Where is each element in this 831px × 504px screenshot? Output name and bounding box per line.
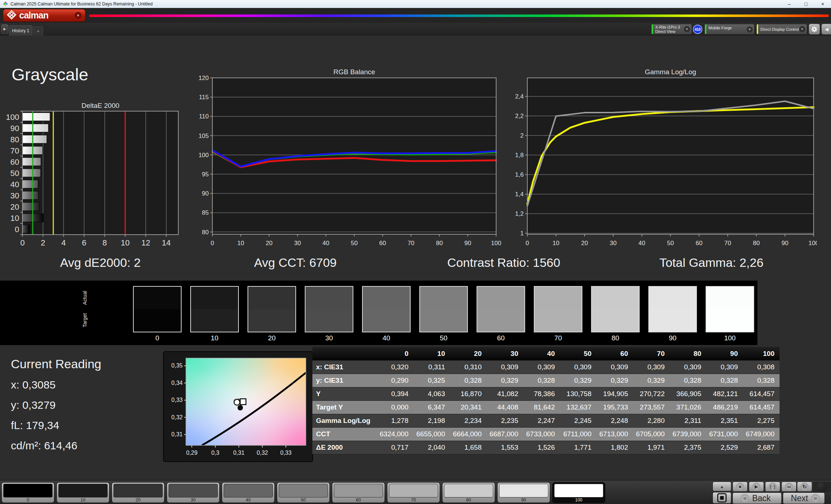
table-cell: 0,329 [633, 374, 670, 387]
patch-label: 50 [279, 497, 328, 503]
collapse-panel-button[interactable]: ◀ [821, 24, 831, 35]
table-cell: 2,248 [597, 414, 633, 427]
table-cell: 44,408 [487, 401, 523, 414]
next-button[interactable]: Next » [783, 492, 825, 504]
single-measure-button[interactable]: [··] [765, 482, 780, 492]
grayscale-swatch-50 [419, 286, 468, 332]
pattern-patch-button-100[interactable]: 100 [552, 482, 605, 503]
display-control-dropdown[interactable]: Direct Display Control ▼ [756, 24, 807, 34]
table-cell: 6705,000 [633, 428, 670, 441]
meter-mode: Direct View [655, 29, 675, 34]
patch-label: 20 [113, 497, 163, 503]
table-cell: 16,870 [450, 387, 487, 400]
source-dropdown[interactable]: Mobile Forge ▼ [705, 24, 755, 34]
chevrons-right-icon: » [811, 494, 820, 503]
table-cell: 366,905 [670, 387, 706, 400]
table-cell: 1,771 [560, 441, 597, 454]
table-cell: 2,040 [414, 441, 450, 454]
calman-menu-button[interactable]: calman ▼ [3, 9, 86, 22]
svg-text:100: 100 [809, 240, 817, 247]
swatch-level-label: 80 [591, 334, 640, 342]
meter-status-stripe [652, 24, 653, 34]
svg-text:60: 60 [11, 158, 19, 167]
actual-patch [134, 287, 181, 309]
close-icon[interactable]: × [814, 0, 831, 8]
svg-text:70: 70 [724, 240, 731, 247]
table-cell: 0,394 [377, 387, 414, 400]
pattern-patch-button-20[interactable]: 20 [112, 482, 165, 503]
pattern-patch-button-90[interactable]: 90 [497, 482, 550, 503]
pattern-patch-button-0[interactable]: 0 [1, 482, 54, 503]
settings-button[interactable] [809, 24, 820, 35]
reading-cdm2: cd/m²: 614,46 [11, 440, 77, 452]
minimize-icon[interactable]: – [781, 0, 798, 8]
svg-text:0: 0 [211, 240, 214, 247]
rgb-balance-chart: 8085909510010511011512001020304050607080… [196, 74, 502, 252]
svg-text:6: 6 [82, 238, 86, 247]
back-button[interactable]: « Back [732, 492, 782, 504]
stop-measure-button[interactable]: ■ [732, 482, 748, 492]
swatch-level-label: 40 [362, 334, 411, 342]
table-cell: 0,309 [706, 361, 743, 374]
pattern-patch-button-30[interactable]: 30 [167, 482, 220, 503]
source-status-stripe [705, 24, 706, 34]
table-cell: 614,457 [743, 387, 780, 400]
svg-text:50: 50 [667, 240, 674, 247]
table-row-label: Target Y [312, 401, 377, 414]
pattern-patch-button-70[interactable]: 70 [387, 482, 440, 503]
maximize-icon[interactable]: □ [798, 0, 814, 8]
svg-text:90: 90 [464, 240, 471, 247]
status-led [817, 482, 827, 492]
actual-patch [535, 287, 582, 309]
table-column-header: 90 [706, 347, 743, 360]
pattern-patch-button-60[interactable]: 60 [332, 482, 385, 503]
table-cell: 130,758 [560, 387, 597, 400]
pattern-patch-button-50[interactable]: 50 [277, 482, 330, 503]
add-tab-button[interactable]: + [33, 26, 43, 35]
rainbow-spectrum-line [89, 14, 829, 17]
svg-text:115: 115 [199, 94, 209, 101]
measurement-table: 0102030405060708090100x: CIE310,3200,311… [312, 347, 780, 454]
table-row-label: ΔE 2000 [312, 441, 377, 454]
table-cell: 486,219 [706, 401, 743, 414]
svg-text:14: 14 [162, 238, 171, 247]
pattern-patch-button-10[interactable]: 10 [57, 482, 109, 503]
pattern-up-button[interactable]: ▲ [712, 482, 731, 491]
pattern-window-button[interactable] [712, 492, 731, 504]
table-column-header: 10 [414, 347, 450, 360]
tab-history-1[interactable]: History 1 [9, 25, 32, 35]
svg-text:12: 12 [141, 238, 150, 247]
display-name: Direct Display Control [760, 27, 799, 32]
table-cell: 4,063 [414, 387, 450, 400]
svg-text:2,2: 2,2 [515, 113, 524, 119]
pattern-patch-button-40[interactable]: 40 [222, 482, 275, 503]
table-cell: 41,082 [487, 387, 523, 400]
history-nav-button[interactable]: ▶ [1, 24, 8, 34]
svg-text:2: 2 [41, 238, 45, 247]
table-cell: 0,328 [743, 374, 780, 387]
meter-dropdown[interactable]: X-Rite i1Pro 3 Direct View ▼ [651, 24, 692, 34]
svg-text:0,29: 0,29 [186, 450, 198, 456]
svg-text:100: 100 [199, 152, 209, 159]
pattern-patch-button-80[interactable]: 80 [442, 482, 495, 503]
table-header-row: 0102030405060708090100 [312, 347, 780, 361]
window-title: Calman 2025 Calman Ultimate for Business… [11, 1, 153, 7]
svg-text:90: 90 [202, 190, 209, 197]
svg-text:0: 0 [20, 238, 25, 247]
table-column-header: 40 [523, 347, 560, 360]
patch-label: 100 [554, 497, 603, 503]
table-column-header: 30 [487, 347, 523, 360]
target-row-label: Target [82, 309, 89, 332]
svg-text:80: 80 [753, 240, 760, 247]
continuous-measure-button[interactable]: ∞ [781, 482, 797, 492]
swatch-level-label: 20 [248, 334, 296, 342]
table-cell: 0,328 [450, 374, 487, 387]
table-cell: 194,905 [597, 387, 633, 400]
target-patch [191, 309, 238, 332]
refresh-button[interactable]: ↻ [797, 482, 812, 492]
play-measure-button[interactable]: ▶ [749, 482, 764, 492]
table-cell: 2,198 [414, 414, 450, 427]
patch-label: 80 [444, 497, 493, 503]
svg-text:85: 85 [202, 209, 209, 216]
toolbar: ▶ History 1 + X-Rite i1Pro 3 Direct View… [0, 23, 831, 35]
